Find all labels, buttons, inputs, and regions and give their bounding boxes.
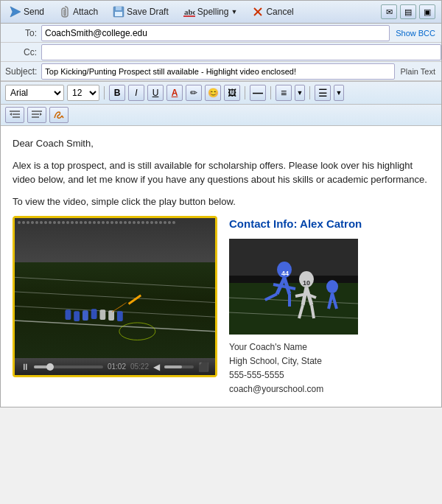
signature-button[interactable] <box>49 107 69 123</box>
pause-button[interactable]: ⏸ <box>21 362 29 372</box>
underline-button[interactable]: U <box>147 85 164 101</box>
content-columns: ⏸ 01:02 05:22 ◀ ⬛ Contact Info: Alex <box>13 216 429 396</box>
header-fields: To: Show BCC Cc: Subject: Plain Text <box>1 24 441 82</box>
email-client: Send Attach Save Draft abc Spelling ▼ C <box>0 0 442 407</box>
toolbar-right: ✉ ▤ ▣ <box>381 4 435 19</box>
contact-photo: 44 10 <box>229 239 358 335</box>
indent-right-button[interactable] <box>27 107 46 123</box>
attach-label: Attach <box>73 7 98 17</box>
toolbar-right-btn-1[interactable]: ✉ <box>381 4 397 19</box>
font-color-button[interactable]: A <box>166 85 183 101</box>
svg-rect-26 <box>108 310 114 321</box>
fullscreen-button[interactable]: ⬛ <box>198 362 209 372</box>
save-draft-button[interactable]: Save Draft <box>110 4 172 19</box>
dash-button[interactable]: — <box>250 85 266 101</box>
progress-bar[interactable] <box>34 365 103 368</box>
contact-title: Contact Info: Alex Catron <box>229 216 429 233</box>
send-button[interactable]: Send <box>7 4 47 19</box>
toolbar-right-btn-2[interactable]: ▤ <box>400 4 416 19</box>
svg-marker-0 <box>10 7 21 17</box>
svg-rect-31 <box>229 283 358 335</box>
font-select[interactable]: Arial <box>5 85 64 101</box>
spelling-button[interactable]: abc Spelling ▼ <box>180 4 241 19</box>
svg-marker-15 <box>40 113 42 116</box>
svg-line-17 <box>15 292 215 303</box>
attach-button[interactable]: Attach <box>56 4 101 19</box>
toolbar: Send Attach Save Draft abc Spelling ▼ C <box>1 1 441 24</box>
plain-text-button[interactable]: Plain Text <box>395 67 442 76</box>
svg-rect-25 <box>99 309 105 320</box>
volume-button[interactable]: ◀ <box>153 362 160 372</box>
svg-text:abc: abc <box>184 7 195 16</box>
highlight-button[interactable]: ✏ <box>186 85 202 101</box>
field-lines-svg <box>15 218 215 358</box>
svg-text:10: 10 <box>303 279 310 287</box>
spelling-dropdown-icon: ▼ <box>231 8 237 15</box>
show-bcc-button[interactable]: Show BCC <box>390 29 441 38</box>
total-time: 05:22 <box>130 361 149 372</box>
emoji1-button[interactable]: 😊 <box>205 85 221 101</box>
body-para1: Alex is a top prospect, and is still ava… <box>13 158 429 187</box>
save-draft-label: Save Draft <box>127 7 169 17</box>
italic-button[interactable]: I <box>128 85 144 101</box>
indent-left-icon <box>9 110 21 121</box>
separator-2 <box>245 86 245 99</box>
cancel-label: Cancel <box>266 7 293 17</box>
email-body: Dear Coach Smith, Alex is a top prospect… <box>1 126 441 407</box>
video-player: ⏸ 01:02 05:22 ◀ ⬛ <box>13 216 217 377</box>
toolbar-right-btn-3[interactable]: ▣ <box>419 4 435 19</box>
progress-handle[interactable] <box>46 363 54 371</box>
coach-name: Your Coach's Name <box>229 340 429 354</box>
svg-line-19 <box>15 321 215 332</box>
progress-fill <box>34 365 48 368</box>
cc-row: Cc: <box>1 43 441 62</box>
svg-point-20 <box>119 323 155 340</box>
subject-input[interactable] <box>41 63 394 80</box>
bold-button[interactable]: B <box>109 85 125 101</box>
emoji2-button[interactable]: 🖼 <box>224 85 240 101</box>
contact-section: Contact Info: Alex Catron <box>229 216 429 396</box>
current-time: 01:02 <box>108 361 126 372</box>
svg-text:44: 44 <box>281 270 289 277</box>
contact-photo-svg: 44 10 <box>229 239 358 335</box>
svg-rect-34 <box>229 239 358 276</box>
align-dropdown-button[interactable]: ▼ <box>295 85 305 101</box>
signature-icon <box>53 109 65 122</box>
body-para2: To view the video, simple click the play… <box>13 195 429 209</box>
cancel-button[interactable]: Cancel <box>249 4 296 19</box>
to-row: To: Show BCC <box>1 24 441 43</box>
send-icon <box>10 6 21 18</box>
separator-1 <box>104 86 105 99</box>
list-dropdown-button[interactable]: ▼ <box>334 85 344 101</box>
send-label: Send <box>24 7 44 17</box>
subject-row: Subject: Plain Text <box>1 62 441 81</box>
attach-icon <box>59 6 71 18</box>
svg-point-51 <box>326 280 338 293</box>
format-toolbar: Arial 12 B I U A ✏ 😊 🖼 — ≡ ▼ ☰ ▼ <box>1 82 441 105</box>
email-address: coach@yourschool.com <box>229 382 429 396</box>
volume-fill <box>164 365 182 368</box>
to-label: To: <box>1 27 41 40</box>
greeting: Dear Coach Smith, <box>13 136 429 151</box>
list-button[interactable]: ☰ <box>315 85 331 101</box>
svg-rect-27 <box>117 311 123 321</box>
size-select[interactable]: 12 <box>67 85 99 101</box>
cc-input[interactable] <box>41 44 441 60</box>
emoji2-icon: 🖼 <box>228 88 236 98</box>
separator-3 <box>270 86 271 99</box>
emoji1-icon: 😊 <box>208 88 219 98</box>
svg-line-18 <box>15 306 215 317</box>
svg-marker-11 <box>10 113 12 116</box>
video-screen[interactable] <box>15 218 215 358</box>
school-name: High School, City, State <box>229 354 429 368</box>
indent-left-button[interactable] <box>5 107 24 123</box>
align-button[interactable]: ≡ <box>276 85 292 101</box>
separator-4 <box>309 86 310 99</box>
svg-rect-22 <box>74 311 80 321</box>
cancel-icon <box>252 6 264 18</box>
volume-bar[interactable] <box>164 365 194 368</box>
svg-rect-23 <box>83 310 88 321</box>
save-icon <box>113 6 124 18</box>
highlight-icon: ✏ <box>190 88 197 98</box>
to-input[interactable] <box>41 25 390 41</box>
